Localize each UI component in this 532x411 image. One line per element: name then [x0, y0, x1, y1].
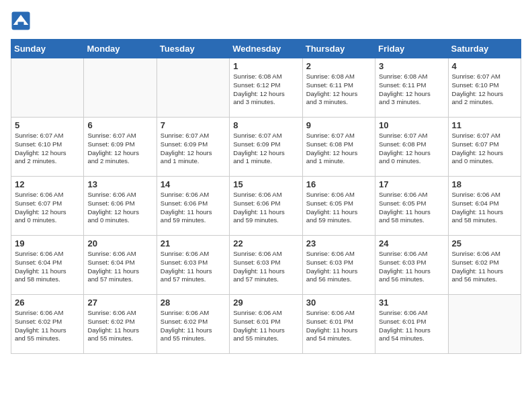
day-info: Sunrise: 6:07 AM Sunset: 6:07 PM Dayligh… — [452, 132, 517, 166]
day-info: Sunrise: 6:06 AM Sunset: 6:03 PM Dayligh… — [233, 250, 298, 284]
calendar-week-row: 1Sunrise: 6:08 AM Sunset: 6:12 PM Daylig… — [11, 58, 521, 118]
calendar-cell: 23Sunrise: 6:06 AM Sunset: 6:03 PM Dayli… — [302, 236, 375, 295]
day-number: 30 — [306, 298, 371, 308]
day-number: 7 — [161, 120, 226, 130]
day-header-sunday: Sunday — [11, 40, 84, 58]
day-number: 23 — [306, 238, 371, 248]
day-number: 16 — [306, 179, 371, 189]
day-number: 18 — [452, 179, 517, 189]
day-header-saturday: Saturday — [448, 40, 521, 58]
calendar-cell: 15Sunrise: 6:06 AM Sunset: 6:06 PM Dayli… — [230, 177, 302, 236]
calendar-cell: 14Sunrise: 6:06 AM Sunset: 6:06 PM Dayli… — [157, 177, 229, 236]
page-header — [11, 11, 521, 31]
calendar-cell: 7Sunrise: 6:07 AM Sunset: 6:09 PM Daylig… — [157, 118, 229, 177]
day-number: 1 — [233, 61, 298, 71]
day-info: Sunrise: 6:06 AM Sunset: 6:07 PM Dayligh… — [15, 191, 80, 225]
day-info: Sunrise: 6:06 AM Sunset: 6:02 PM Dayligh… — [161, 309, 226, 343]
day-info: Sunrise: 6:06 AM Sunset: 6:04 PM Dayligh… — [452, 191, 517, 225]
calendar-week-row: 19Sunrise: 6:06 AM Sunset: 6:04 PM Dayli… — [11, 236, 521, 295]
calendar-cell: 25Sunrise: 6:06 AM Sunset: 6:02 PM Dayli… — [448, 236, 521, 295]
day-info: Sunrise: 6:06 AM Sunset: 6:01 PM Dayligh… — [233, 309, 298, 343]
calendar-cell: 19Sunrise: 6:06 AM Sunset: 6:04 PM Dayli… — [11, 236, 84, 295]
day-header-monday: Monday — [84, 40, 157, 58]
day-info: Sunrise: 6:07 AM Sunset: 6:09 PM Dayligh… — [87, 132, 152, 166]
day-number: 24 — [379, 238, 444, 248]
day-info: Sunrise: 6:06 AM Sunset: 6:01 PM Dayligh… — [379, 309, 444, 343]
day-info: Sunrise: 6:07 AM Sunset: 6:09 PM Dayligh… — [161, 132, 226, 166]
day-number: 17 — [379, 179, 444, 189]
calendar-cell: 27Sunrise: 6:06 AM Sunset: 6:02 PM Dayli… — [84, 295, 157, 354]
day-info: Sunrise: 6:07 AM Sunset: 6:09 PM Dayligh… — [233, 132, 298, 166]
day-number: 19 — [15, 238, 80, 248]
day-info: Sunrise: 6:08 AM Sunset: 6:12 PM Dayligh… — [233, 73, 298, 107]
day-header-friday: Friday — [375, 40, 448, 58]
day-number: 11 — [452, 120, 517, 130]
day-number: 25 — [452, 238, 517, 248]
calendar-cell: 31Sunrise: 6:06 AM Sunset: 6:01 PM Dayli… — [375, 295, 448, 354]
day-info: Sunrise: 6:06 AM Sunset: 6:02 PM Dayligh… — [452, 250, 517, 284]
day-number: 15 — [233, 179, 298, 189]
day-header-thursday: Thursday — [302, 40, 375, 58]
day-number: 13 — [87, 179, 152, 189]
day-number: 12 — [15, 179, 80, 189]
day-info: Sunrise: 6:06 AM Sunset: 6:03 PM Dayligh… — [306, 250, 371, 284]
calendar-cell: 16Sunrise: 6:06 AM Sunset: 6:05 PM Dayli… — [302, 177, 375, 236]
day-number: 10 — [379, 120, 444, 130]
calendar-cell: 11Sunrise: 6:07 AM Sunset: 6:07 PM Dayli… — [448, 118, 521, 177]
day-info: Sunrise: 6:06 AM Sunset: 6:01 PM Dayligh… — [306, 309, 371, 343]
day-number: 5 — [15, 120, 80, 130]
day-info: Sunrise: 6:07 AM Sunset: 6:10 PM Dayligh… — [452, 73, 517, 107]
day-info: Sunrise: 6:07 AM Sunset: 6:08 PM Dayligh… — [306, 132, 371, 166]
calendar-cell: 20Sunrise: 6:06 AM Sunset: 6:04 PM Dayli… — [84, 236, 157, 295]
calendar-cell: 6Sunrise: 6:07 AM Sunset: 6:09 PM Daylig… — [84, 118, 157, 177]
day-info: Sunrise: 6:06 AM Sunset: 6:02 PM Dayligh… — [15, 309, 80, 343]
calendar-week-row: 12Sunrise: 6:06 AM Sunset: 6:07 PM Dayli… — [11, 177, 521, 236]
day-info: Sunrise: 6:06 AM Sunset: 6:06 PM Dayligh… — [233, 191, 298, 225]
calendar-cell: 9Sunrise: 6:07 AM Sunset: 6:08 PM Daylig… — [302, 118, 375, 177]
day-number: 28 — [161, 298, 226, 308]
day-number: 3 — [379, 61, 444, 71]
logo-icon — [11, 11, 31, 31]
day-info: Sunrise: 6:06 AM Sunset: 6:05 PM Dayligh… — [379, 191, 444, 225]
calendar-cell: 29Sunrise: 6:06 AM Sunset: 6:01 PM Dayli… — [230, 295, 302, 354]
calendar-cell: 8Sunrise: 6:07 AM Sunset: 6:09 PM Daylig… — [230, 118, 302, 177]
calendar-cell: 21Sunrise: 6:06 AM Sunset: 6:03 PM Dayli… — [157, 236, 229, 295]
day-header-wednesday: Wednesday — [230, 40, 302, 58]
svg-rect-2 — [18, 22, 24, 26]
calendar-cell: 12Sunrise: 6:06 AM Sunset: 6:07 PM Dayli… — [11, 177, 84, 236]
calendar-cell: 22Sunrise: 6:06 AM Sunset: 6:03 PM Dayli… — [230, 236, 302, 295]
day-info: Sunrise: 6:08 AM Sunset: 6:11 PM Dayligh… — [379, 73, 444, 107]
calendar-cell: 17Sunrise: 6:06 AM Sunset: 6:05 PM Dayli… — [375, 177, 448, 236]
day-number: 14 — [161, 179, 226, 189]
calendar-week-row: 26Sunrise: 6:06 AM Sunset: 6:02 PM Dayli… — [11, 295, 521, 354]
calendar-cell: 30Sunrise: 6:06 AM Sunset: 6:01 PM Dayli… — [302, 295, 375, 354]
day-info: Sunrise: 6:06 AM Sunset: 6:03 PM Dayligh… — [379, 250, 444, 284]
day-info: Sunrise: 6:06 AM Sunset: 6:06 PM Dayligh… — [87, 191, 152, 225]
calendar-cell — [157, 58, 229, 118]
calendar-cell: 4Sunrise: 6:07 AM Sunset: 6:10 PM Daylig… — [448, 58, 521, 118]
calendar-cell: 26Sunrise: 6:06 AM Sunset: 6:02 PM Dayli… — [11, 295, 84, 354]
day-info: Sunrise: 6:07 AM Sunset: 6:10 PM Dayligh… — [15, 132, 80, 166]
calendar-week-row: 5Sunrise: 6:07 AM Sunset: 6:10 PM Daylig… — [11, 118, 521, 177]
day-info: Sunrise: 6:07 AM Sunset: 6:08 PM Dayligh… — [379, 132, 444, 166]
calendar-cell — [448, 295, 521, 354]
calendar-cell: 3Sunrise: 6:08 AM Sunset: 6:11 PM Daylig… — [375, 58, 448, 118]
day-info: Sunrise: 6:06 AM Sunset: 6:04 PM Dayligh… — [15, 250, 80, 284]
day-number: 9 — [306, 120, 371, 130]
calendar-cell — [84, 58, 157, 118]
day-info: Sunrise: 6:06 AM Sunset: 6:03 PM Dayligh… — [161, 250, 226, 284]
day-number: 8 — [233, 120, 298, 130]
logo — [11, 11, 34, 31]
day-info: Sunrise: 6:06 AM Sunset: 6:06 PM Dayligh… — [161, 191, 226, 225]
day-info: Sunrise: 6:06 AM Sunset: 6:04 PM Dayligh… — [87, 250, 152, 284]
day-number: 22 — [233, 238, 298, 248]
calendar-cell: 1Sunrise: 6:08 AM Sunset: 6:12 PM Daylig… — [230, 58, 302, 118]
day-number: 4 — [452, 61, 517, 71]
calendar-cell: 5Sunrise: 6:07 AM Sunset: 6:10 PM Daylig… — [11, 118, 84, 177]
calendar-table: SundayMondayTuesdayWednesdayThursdayFrid… — [11, 39, 521, 354]
calendar-cell: 2Sunrise: 6:08 AM Sunset: 6:11 PM Daylig… — [302, 58, 375, 118]
calendar-cell: 18Sunrise: 6:06 AM Sunset: 6:04 PM Dayli… — [448, 177, 521, 236]
day-number: 29 — [233, 298, 298, 308]
calendar-cell: 28Sunrise: 6:06 AM Sunset: 6:02 PM Dayli… — [157, 295, 229, 354]
day-number: 2 — [306, 61, 371, 71]
